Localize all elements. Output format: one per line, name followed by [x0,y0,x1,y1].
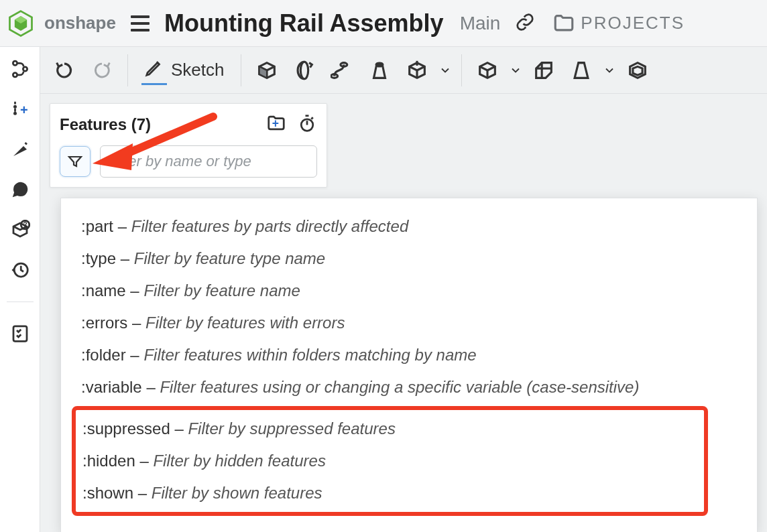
stopwatch-icon[interactable] [297,113,317,136]
filter-suggestion-item[interactable]: :type – Filter by feature type name [81,243,737,275]
loft-button[interactable] [363,54,396,86]
toolbar-divider [241,54,241,86]
sweep-button[interactable] [326,54,358,86]
svg-point-10 [13,105,17,109]
filter-suggestion-item[interactable]: :shown – Filter by shown features [82,477,396,509]
filter-suggestion-item[interactable]: :variable – Filter features using or cha… [81,371,737,403]
feature-tree-icon[interactable] [9,58,32,80]
filter-suggestion-item[interactable]: :errors – Filter by features with errors [81,307,737,339]
filter-toggle-button[interactable] [60,146,91,177]
features-panel: Features (7) + [50,103,327,188]
funnel-icon [67,153,83,170]
svg-rect-16 [13,326,27,342]
toolbar-divider [127,54,128,86]
link-icon[interactable] [515,12,535,35]
new-folder-icon[interactable]: + [266,113,286,136]
extrude-button[interactable] [251,54,283,86]
svg-text:+: + [20,103,28,117]
menu-hamburger-icon[interactable] [131,15,150,31]
revolve-button[interactable] [288,54,320,86]
history-icon[interactable] [9,259,32,281]
checklist-icon[interactable] [9,322,32,345]
onshape-logo-icon [5,8,36,39]
features-panel-title: Features (7) [60,115,151,134]
draft-button[interactable] [565,54,597,86]
filter-suggestion-item[interactable]: :name – Filter by feature name [81,275,737,307]
filter-input[interactable] [100,145,317,178]
chevron-down-icon[interactable] [509,64,522,77]
part-info-icon[interactable]: ? [9,218,32,241]
branch-label[interactable]: Main [460,13,501,34]
left-sidebar: + ? [0,47,40,532]
modeling-toolbar: Sketch [0,47,767,94]
chevron-down-icon[interactable] [438,64,452,77]
document-title[interactable]: Mounting Rail Assembly [164,9,444,38]
filter-suggestions-popup: :part – Filter features by parts directl… [60,198,758,532]
comments-icon[interactable] [9,178,32,201]
appearance-icon[interactable] [9,138,32,161]
app-titlebar: onshape Mounting Rail Assembly Main PROJ… [0,0,767,47]
toolbar-divider [461,54,462,86]
chamfer-button[interactable] [528,54,560,86]
fillet-button[interactable] [471,54,504,86]
breadcrumb[interactable]: PROJECTS [552,12,685,35]
thicken-button[interactable] [401,54,433,86]
breadcrumb-project: PROJECTS [581,13,685,34]
svg-point-3 [300,62,308,79]
svg-point-11 [13,112,17,115]
svg-point-7 [13,61,17,65]
folder-icon [552,12,575,35]
sidebar-divider [7,302,34,302]
svg-text:?: ? [23,221,27,228]
annotation-highlight-box: :suppressed – Filter by suppressed featu… [72,406,708,516]
svg-point-9 [23,67,27,71]
undo-button[interactable] [48,54,80,86]
redo-button[interactable] [86,54,118,86]
chevron-down-icon[interactable] [603,64,616,77]
brand-text: onshape [44,13,116,34]
filter-suggestion-item[interactable]: :hidden – Filter by hidden features [82,445,396,477]
sketch-label: Sketch [171,60,225,80]
filter-suggestion-item[interactable]: :suppressed – Filter by suppressed featu… [82,413,396,445]
pencil-icon [144,58,164,82]
configurations-icon[interactable]: + [9,98,32,121]
shell-button[interactable] [622,54,654,86]
filter-suggestion-item[interactable]: :folder – Filter features within folders… [81,339,737,371]
filter-suggestion-item[interactable]: :part – Filter features by parts directl… [81,210,737,243]
sketch-button[interactable]: Sketch [137,54,231,86]
svg-text:+: + [272,117,279,130]
svg-point-8 [13,73,17,77]
